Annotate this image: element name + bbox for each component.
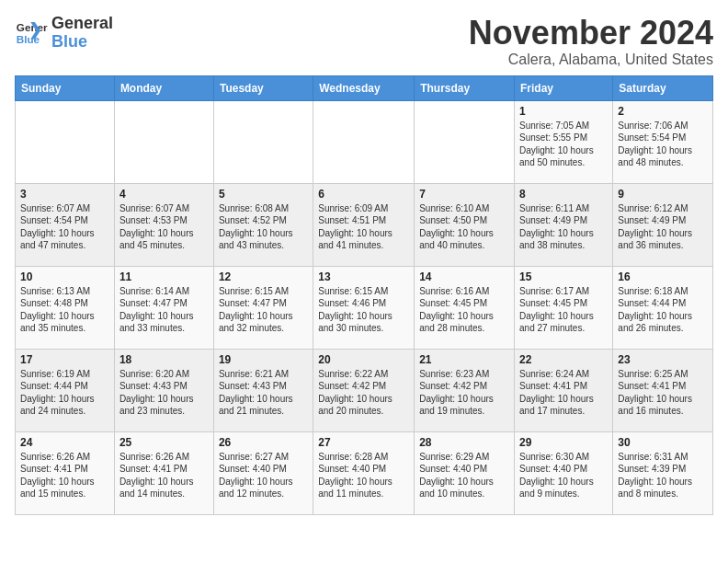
- day-number: 30: [618, 436, 708, 449]
- day-number: 13: [318, 270, 409, 283]
- day-number: 2: [618, 105, 708, 118]
- day-cell: 29Sunrise: 6:30 AM Sunset: 4:40 PM Dayli…: [515, 431, 613, 514]
- day-cell: [114, 100, 213, 183]
- logo: General Blue General Blue: [15, 15, 113, 52]
- day-cell: 4Sunrise: 6:07 AM Sunset: 4:53 PM Daylig…: [114, 183, 213, 266]
- day-info: Sunrise: 6:21 AM Sunset: 4:43 PM Dayligh…: [219, 368, 308, 418]
- day-number: 7: [419, 188, 509, 201]
- day-number: 25: [119, 436, 209, 449]
- day-info: Sunrise: 6:22 AM Sunset: 4:42 PM Dayligh…: [318, 368, 409, 418]
- day-number: 23: [618, 353, 708, 366]
- day-cell: [313, 100, 415, 183]
- day-number: 3: [20, 188, 109, 201]
- day-cell: [415, 100, 515, 183]
- day-info: Sunrise: 6:11 AM Sunset: 4:49 PM Dayligh…: [519, 202, 608, 252]
- day-info: Sunrise: 7:06 AM Sunset: 5:54 PM Dayligh…: [618, 120, 708, 169]
- day-cell: 14Sunrise: 6:16 AM Sunset: 4:45 PM Dayli…: [415, 266, 515, 349]
- day-cell: 15Sunrise: 6:17 AM Sunset: 4:45 PM Dayli…: [515, 266, 613, 349]
- day-cell: 23Sunrise: 6:25 AM Sunset: 4:41 PM Dayli…: [613, 349, 713, 431]
- day-cell: 18Sunrise: 6:20 AM Sunset: 4:43 PM Dayli…: [114, 349, 213, 431]
- day-cell: 7Sunrise: 6:10 AM Sunset: 4:50 PM Daylig…: [415, 183, 515, 266]
- day-info: Sunrise: 6:19 AM Sunset: 4:44 PM Dayligh…: [20, 368, 109, 418]
- day-cell: [213, 100, 313, 183]
- weekday-tuesday: Tuesday: [213, 75, 313, 100]
- day-info: Sunrise: 6:26 AM Sunset: 4:41 PM Dayligh…: [119, 451, 209, 500]
- day-number: 22: [519, 353, 608, 366]
- day-info: Sunrise: 6:17 AM Sunset: 4:45 PM Dayligh…: [519, 285, 608, 335]
- logo-icon: General Blue: [15, 17, 48, 50]
- weekday-sunday: Sunday: [16, 75, 115, 100]
- day-info: Sunrise: 6:09 AM Sunset: 4:51 PM Dayligh…: [318, 202, 409, 252]
- day-info: Sunrise: 6:27 AM Sunset: 4:40 PM Dayligh…: [219, 451, 308, 500]
- weekday-saturday: Saturday: [613, 75, 713, 100]
- day-cell: 5Sunrise: 6:08 AM Sunset: 4:52 PM Daylig…: [213, 183, 313, 266]
- logo-text: General Blue: [51, 15, 113, 52]
- calendar-body: 1Sunrise: 7:05 AM Sunset: 5:55 PM Daylig…: [16, 100, 713, 514]
- weekday-friday: Friday: [515, 75, 613, 100]
- day-number: 11: [119, 270, 209, 283]
- day-cell: 12Sunrise: 6:15 AM Sunset: 4:47 PM Dayli…: [213, 266, 313, 349]
- day-cell: 10Sunrise: 6:13 AM Sunset: 4:48 PM Dayli…: [16, 266, 115, 349]
- week-row-2: 3Sunrise: 6:07 AM Sunset: 4:54 PM Daylig…: [16, 183, 713, 266]
- day-info: Sunrise: 6:23 AM Sunset: 4:42 PM Dayligh…: [419, 368, 509, 418]
- day-info: Sunrise: 6:07 AM Sunset: 4:54 PM Dayligh…: [20, 202, 109, 252]
- day-number: 15: [519, 270, 608, 283]
- day-info: Sunrise: 6:14 AM Sunset: 4:47 PM Dayligh…: [119, 285, 209, 335]
- day-cell: 6Sunrise: 6:09 AM Sunset: 4:51 PM Daylig…: [313, 183, 415, 266]
- day-info: Sunrise: 6:08 AM Sunset: 4:52 PM Dayligh…: [219, 202, 308, 252]
- day-number: 12: [219, 270, 308, 283]
- day-cell: [16, 100, 115, 183]
- page-title: November 2024: [469, 15, 713, 52]
- day-info: Sunrise: 6:29 AM Sunset: 4:40 PM Dayligh…: [419, 451, 509, 500]
- week-row-4: 17Sunrise: 6:19 AM Sunset: 4:44 PM Dayli…: [16, 349, 713, 431]
- day-info: Sunrise: 6:15 AM Sunset: 4:47 PM Dayligh…: [219, 285, 308, 335]
- day-cell: 16Sunrise: 6:18 AM Sunset: 4:44 PM Dayli…: [613, 266, 713, 349]
- day-info: Sunrise: 6:10 AM Sunset: 4:50 PM Dayligh…: [419, 202, 509, 252]
- header: General Blue General Blue November 2024 …: [15, 15, 713, 68]
- day-number: 14: [419, 270, 509, 283]
- day-number: 6: [318, 188, 409, 201]
- day-info: Sunrise: 6:13 AM Sunset: 4:48 PM Dayligh…: [20, 285, 109, 335]
- subtitle: Calera, Alabama, United States: [469, 52, 713, 68]
- day-info: Sunrise: 6:15 AM Sunset: 4:46 PM Dayligh…: [318, 285, 409, 335]
- day-number: 26: [219, 436, 308, 449]
- day-number: 5: [219, 188, 308, 201]
- day-number: 17: [20, 353, 109, 366]
- week-row-3: 10Sunrise: 6:13 AM Sunset: 4:48 PM Dayli…: [16, 266, 713, 349]
- day-cell: 1Sunrise: 7:05 AM Sunset: 5:55 PM Daylig…: [515, 100, 613, 183]
- title-block: November 2024 Calera, Alabama, United St…: [469, 15, 713, 68]
- day-number: 16: [618, 270, 708, 283]
- day-cell: 22Sunrise: 6:24 AM Sunset: 4:41 PM Dayli…: [515, 349, 613, 431]
- day-cell: 20Sunrise: 6:22 AM Sunset: 4:42 PM Dayli…: [313, 349, 415, 431]
- day-cell: 24Sunrise: 6:26 AM Sunset: 4:41 PM Dayli…: [16, 431, 115, 514]
- day-cell: 17Sunrise: 6:19 AM Sunset: 4:44 PM Dayli…: [16, 349, 115, 431]
- week-row-5: 24Sunrise: 6:26 AM Sunset: 4:41 PM Dayli…: [16, 431, 713, 514]
- day-cell: 13Sunrise: 6:15 AM Sunset: 4:46 PM Dayli…: [313, 266, 415, 349]
- day-cell: 28Sunrise: 6:29 AM Sunset: 4:40 PM Dayli…: [415, 431, 515, 514]
- day-cell: 21Sunrise: 6:23 AM Sunset: 4:42 PM Dayli…: [415, 349, 515, 431]
- day-number: 10: [20, 270, 109, 283]
- day-cell: 30Sunrise: 6:31 AM Sunset: 4:39 PM Dayli…: [613, 431, 713, 514]
- day-cell: 11Sunrise: 6:14 AM Sunset: 4:47 PM Dayli…: [114, 266, 213, 349]
- day-number: 27: [318, 436, 409, 449]
- weekday-header: SundayMondayTuesdayWednesdayThursdayFrid…: [16, 75, 713, 100]
- weekday-monday: Monday: [114, 75, 213, 100]
- day-info: Sunrise: 6:26 AM Sunset: 4:41 PM Dayligh…: [20, 451, 109, 500]
- weekday-thursday: Thursday: [415, 75, 515, 100]
- day-info: Sunrise: 6:20 AM Sunset: 4:43 PM Dayligh…: [119, 368, 209, 418]
- day-number: 1: [519, 105, 608, 118]
- day-cell: 2Sunrise: 7:06 AM Sunset: 5:54 PM Daylig…: [613, 100, 713, 183]
- week-row-1: 1Sunrise: 7:05 AM Sunset: 5:55 PM Daylig…: [16, 100, 713, 183]
- day-number: 24: [20, 436, 109, 449]
- day-info: Sunrise: 6:25 AM Sunset: 4:41 PM Dayligh…: [618, 368, 708, 418]
- day-cell: 26Sunrise: 6:27 AM Sunset: 4:40 PM Dayli…: [213, 431, 313, 514]
- weekday-wednesday: Wednesday: [313, 75, 415, 100]
- day-number: 28: [419, 436, 509, 449]
- day-cell: 19Sunrise: 6:21 AM Sunset: 4:43 PM Dayli…: [213, 349, 313, 431]
- calendar: SundayMondayTuesdayWednesdayThursdayFrid…: [15, 75, 713, 515]
- day-info: Sunrise: 6:16 AM Sunset: 4:45 PM Dayligh…: [419, 285, 509, 335]
- day-number: 4: [119, 188, 209, 201]
- day-info: Sunrise: 6:24 AM Sunset: 4:41 PM Dayligh…: [519, 368, 608, 418]
- day-info: Sunrise: 6:30 AM Sunset: 4:40 PM Dayligh…: [519, 451, 608, 500]
- day-info: Sunrise: 6:31 AM Sunset: 4:39 PM Dayligh…: [618, 451, 708, 500]
